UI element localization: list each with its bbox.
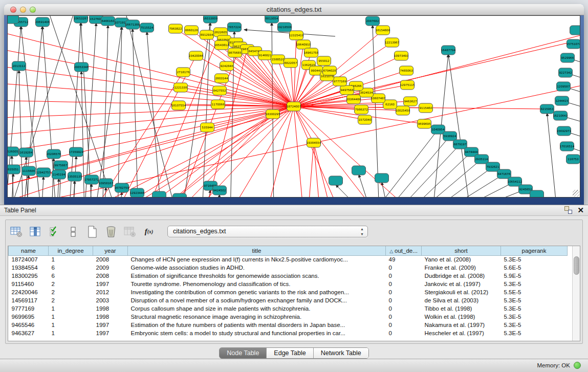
graph-node[interactable]: 955812 xyxy=(317,56,331,65)
column-header-out-de-[interactable]: △out_de... xyxy=(386,246,422,255)
graph-node[interactable]: 10973493 xyxy=(394,51,409,60)
graph-node[interactable]: 18107554 xyxy=(171,101,186,110)
graph-node[interactable]: 1221338 xyxy=(174,83,188,92)
graph-node[interactable]: 16961758 xyxy=(304,48,319,57)
graph-node[interactable]: 2013112 xyxy=(12,61,26,71)
graph-node[interactable]: 19218506 xyxy=(277,23,292,32)
table-settings-icon[interactable] xyxy=(10,225,23,238)
float-panel-icon[interactable] xyxy=(564,206,572,214)
column-header-title[interactable]: title xyxy=(128,246,386,255)
close-panel-icon[interactable]: ✕ xyxy=(577,206,584,214)
tab-network-table[interactable]: Network Table xyxy=(314,348,368,358)
column-header-in-degree[interactable]: in_degree xyxy=(49,246,93,255)
graph-node[interactable]: 6822057 xyxy=(284,58,298,68)
graph-node[interactable]: 9463627 xyxy=(404,97,418,106)
graph-node[interactable]: 1588520 xyxy=(271,55,285,64)
graph-node[interactable]: 1145194 xyxy=(52,170,66,179)
graph-node[interactable]: 19384554 xyxy=(307,138,321,147)
graph-node[interactable]: 8215953 xyxy=(540,104,554,114)
graph-node[interactable]: 7857224 xyxy=(228,23,242,32)
graph-node[interactable]: 16210643 xyxy=(553,111,568,120)
column-header-short[interactable]: short xyxy=(422,246,501,255)
graph-node[interactable]: 12942757 xyxy=(36,168,51,177)
graph-node[interactable]: 1209587 xyxy=(557,82,571,91)
graph-node[interactable]: 15751074 xyxy=(567,39,580,49)
graph-node[interactable]: 6466160 xyxy=(101,16,115,26)
show-columns-icon[interactable] xyxy=(29,225,42,238)
graph-node[interactable]: 10653287 xyxy=(74,16,89,23)
zoom-window-button[interactable] xyxy=(30,7,36,13)
graph-node[interactable] xyxy=(329,176,343,185)
table-selector-dropdown[interactable]: citations_edges.txt ▲▼ xyxy=(167,226,368,237)
graph-node[interactable]: 17957272 xyxy=(84,175,99,184)
graph-node[interactable]: 17359924 xyxy=(69,147,84,157)
graph-node[interactable]: 8471676 xyxy=(497,169,511,179)
graph-node[interactable]: 2935114 xyxy=(475,155,489,164)
graph-node[interactable]: 9497568 xyxy=(340,85,354,95)
graph-node[interactable]: 1170066 xyxy=(211,100,225,109)
graph-node[interactable] xyxy=(530,190,544,197)
graph-node[interactable]: 12975115 xyxy=(400,80,415,90)
graph-node[interactable] xyxy=(352,166,366,175)
graph-node[interactable]: 20691406 xyxy=(35,17,50,27)
graph-node[interactable]: 9146821 xyxy=(258,51,272,60)
function-icon[interactable]: f(x) xyxy=(142,225,156,238)
graph-node[interactable]: 16033809 xyxy=(203,16,218,23)
table-row[interactable]: 946554611997Estimation of the future num… xyxy=(9,321,568,329)
graph-node[interactable]: 8912934 xyxy=(200,30,214,39)
graph-node[interactable]: 9242848 xyxy=(220,61,234,71)
new-document-icon[interactable] xyxy=(85,225,99,238)
graph-node[interactable]: 12213967 xyxy=(385,38,400,47)
column-header-year[interactable]: year xyxy=(93,246,128,255)
graph-node[interactable]: 20364486 xyxy=(346,95,361,104)
graph-node[interactable]: 16487794 xyxy=(441,46,456,55)
column-header-pagerank[interactable]: pagerank xyxy=(501,246,568,255)
tab-node-table[interactable]: Node Table xyxy=(220,348,267,358)
column-header-name[interactable]: name xyxy=(9,246,49,255)
graph-node[interactable]: 9115460 xyxy=(419,103,433,113)
table-row[interactable]: 946362711997Embryonic stem cells: a mode… xyxy=(9,329,568,337)
scrollbar-thumb[interactable] xyxy=(574,256,579,275)
graph-node[interactable]: 7963822 xyxy=(169,24,183,33)
graph-node[interactable]: 18300295 xyxy=(266,110,280,119)
delete-table-icon[interactable] xyxy=(123,225,137,238)
table-row[interactable]: 2242004622012Investigating the contribut… xyxy=(9,288,568,296)
graph-node[interactable]: 7485063 xyxy=(400,66,413,75)
graph-node[interactable]: 6879197 xyxy=(453,140,467,149)
graph-node[interactable]: 535944 xyxy=(201,123,214,132)
close-window-button[interactable] xyxy=(10,7,16,13)
graph-node[interactable]: 15692971 xyxy=(557,126,572,136)
graph-node[interactable]: 2718176 xyxy=(177,68,190,77)
graph-node[interactable]: 8427552 xyxy=(213,86,227,95)
minimize-window-button[interactable] xyxy=(20,7,26,13)
table-row[interactable]: 1456911722003Disruption of a novel membe… xyxy=(9,296,568,304)
graph-node[interactable]: 23420046 xyxy=(189,51,204,60)
graph-node[interactable]: 1619284 xyxy=(19,148,33,157)
graph-node[interactable]: 9875685 xyxy=(228,48,242,57)
tab-edge-table[interactable]: Edge Table xyxy=(267,348,313,358)
graph-node[interactable] xyxy=(173,193,187,197)
graph-node[interactable]: 16543812 xyxy=(214,40,229,50)
graph-node[interactable]: 1572040 xyxy=(358,115,372,124)
table-row[interactable]: 1938455462009Genome-wide association stu… xyxy=(9,264,568,272)
graph-node[interactable]: 8860128 xyxy=(185,26,199,35)
table-row[interactable]: 969969511998Structural magnetic resonanc… xyxy=(9,313,568,321)
graph-node[interactable] xyxy=(153,191,166,197)
graph-node[interactable]: 9529966 xyxy=(561,53,575,62)
graph-node[interactable]: 17016514 xyxy=(560,142,575,151)
graph-node[interactable]: 12923446 xyxy=(130,188,145,197)
graph-node[interactable]: 16782759 xyxy=(115,183,129,192)
graph-node[interactable]: 1244415 xyxy=(555,96,569,105)
graph-node[interactable]: 9777169 xyxy=(333,77,347,86)
graph-node[interactable]: 5938924 xyxy=(443,132,457,141)
graph-node[interactable]: 13505135 xyxy=(68,172,82,181)
table-row[interactable]: 1872400712008Changes of HCN gene express… xyxy=(9,255,568,264)
graph-node[interactable]: 9227342 xyxy=(559,68,573,77)
graph-node[interactable]: 2087682 xyxy=(366,16,380,26)
rows-icon[interactable] xyxy=(67,225,80,238)
graph-node[interactable]: 18640910 xyxy=(296,40,311,49)
graph-node[interactable]: 20053346 xyxy=(74,62,89,72)
table-row[interactable]: 1830029562008Estimation of significance … xyxy=(9,272,568,280)
table-row[interactable]: 977716911998Corpus callosum shape and si… xyxy=(9,304,568,313)
graph-node[interactable]: 835051 xyxy=(8,165,20,174)
